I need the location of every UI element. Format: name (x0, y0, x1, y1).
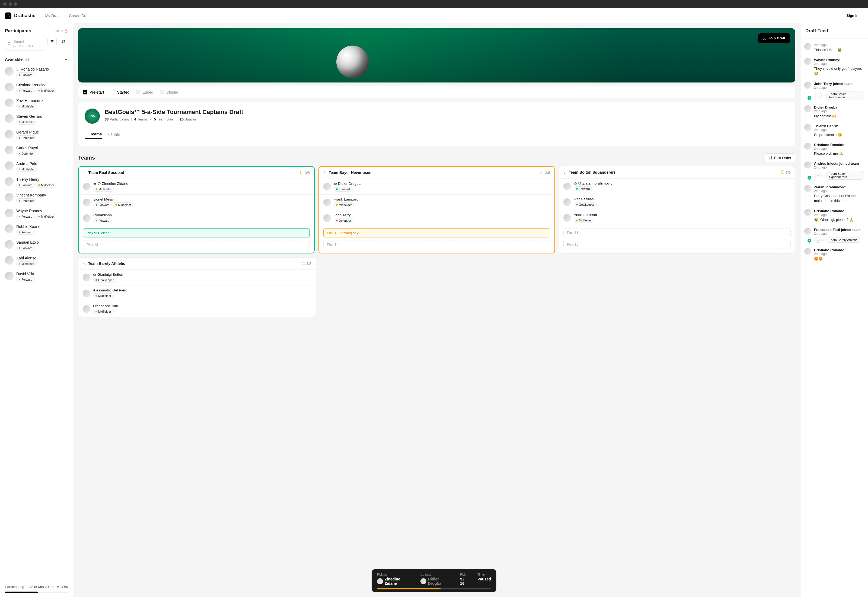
pick-order-button[interactable]: Pick Order (765, 153, 795, 162)
team-player[interactable]: Iker Casillas Goalkeeper (559, 194, 795, 210)
feed-time: 2mo ago (814, 62, 864, 66)
team-card[interactable]: 1. Team Real Sosobad 3/5 Zinedine Zidane… (78, 166, 315, 254)
timer-value: Paused (477, 577, 491, 581)
shield-icon (16, 68, 19, 71)
participant-row[interactable]: Thierry Henry ForwardMidfielder (0, 174, 73, 190)
join-draft-button[interactable]: Join Draft (758, 33, 790, 43)
status-pre-start[interactable]: Pre-start (83, 90, 104, 94)
checkbox (136, 90, 140, 94)
feed-time: 2mo ago (814, 252, 864, 256)
role-chip: Forward (16, 277, 35, 282)
participant-row[interactable]: Xabi Alonso Midfielder (0, 253, 73, 269)
team-player[interactable]: Alessandro Del Piero Midfielder (79, 285, 316, 301)
avatar (804, 209, 811, 216)
tab-teams[interactable]: Teams (84, 130, 102, 139)
tab-info[interactable]: Info (108, 130, 120, 139)
avatar (323, 199, 331, 206)
participant-name: Carlos Puyol (16, 146, 38, 150)
avatar (5, 193, 13, 202)
participants-footer: Participating 33 of Min 20 and Max 50 (0, 581, 73, 597)
search-icon (7, 42, 11, 46)
role-chip: Midfielder (113, 202, 133, 207)
role-chip: Forward (334, 187, 352, 192)
feed-list[interactable]: 2mo agoThis isn't fair... 😭 Wayne Rooney… (800, 39, 868, 597)
feed-item: John Terry joined team 2mo ago –› Team B… (804, 79, 864, 102)
feed-avatar-wrap (804, 162, 811, 180)
avatar (804, 43, 811, 50)
search-input[interactable]: Search participants... (5, 37, 45, 50)
team-player[interactable]: Andres Iniesta Midfielder (559, 210, 795, 226)
team-player[interactable]: Frank Lampard Midfielder (319, 194, 554, 210)
team-card[interactable]: 4. Team Barely Athletic 3/5 Gianluigi Bu… (78, 257, 316, 317)
participant-row[interactable]: Gerard Pique Defender (0, 127, 73, 143)
avatar (563, 214, 571, 222)
team-player[interactable]: Gianluigi Buffon Goalkeeper (79, 269, 316, 285)
avatar (83, 183, 90, 190)
participant-row[interactable]: Ronaldo Nazario Forward (0, 64, 73, 80)
team-card[interactable]: 2. Team Bayer Neverlusen 3/5 Didier Drog… (318, 166, 555, 254)
team-header: 3. Team Bolton Squanderers 3/5 (559, 166, 795, 178)
avatar (5, 83, 13, 91)
nav-my-drafts[interactable]: My Drafts (45, 13, 61, 18)
participant-row[interactable]: David Villa Forward (0, 269, 73, 285)
filter-button[interactable] (47, 37, 57, 46)
feed-author: Thierry Henry: (814, 124, 864, 128)
avatar (804, 82, 811, 89)
app-logo[interactable]: Draftastic (5, 12, 35, 19)
feed-message: 😡😡 (814, 257, 864, 261)
participant-name: Cristiano Ronaldo (16, 83, 46, 87)
status-filter: Pre-startStartedEndedClosed (78, 86, 795, 98)
avatar (804, 124, 811, 131)
draft-meta: 33 Participating | 4 Teams × 5 Team Size… (105, 117, 243, 121)
participant-row[interactable]: Wayne Rooney ForwardMidfielder (0, 206, 73, 222)
chrome-min-dot[interactable] (9, 3, 12, 6)
team-player[interactable]: Ronaldinho Forward (79, 210, 314, 226)
feed-author: Didier Drogba: (814, 105, 864, 109)
role-chip: Midfielder (36, 88, 56, 93)
participant-name: Samuel Eto'o (16, 240, 39, 245)
feed-item: Cristiano Ronaldo: 2mo ago😡😡 (804, 245, 864, 264)
participants-lock: Locked (53, 29, 68, 33)
participant-row[interactable]: Cristiano Ronaldo ForwardMidfielder (0, 80, 73, 96)
participant-row[interactable]: Carlos Puyol Defender (0, 143, 73, 159)
feed-author: Cristiano Ronaldo: (814, 209, 864, 213)
participant-name: Robbie Keane (16, 224, 40, 229)
team-player[interactable]: Zlatan Ibrahimovic Forward (559, 178, 795, 194)
participant-row[interactable]: Steven Gerrard Midfielder (0, 111, 73, 127)
hero-banner: Join Draft (78, 28, 795, 83)
pick-slot: Pick 9: Picking (83, 229, 310, 238)
available-section-toggle[interactable]: Available 21 (0, 54, 73, 64)
avatar (5, 240, 13, 249)
feed-avatar-wrap (804, 105, 811, 119)
nav-create-draft[interactable]: Create Draft (69, 13, 89, 18)
team-player[interactable]: Lionel Messi ForwardMidfielder (79, 194, 314, 210)
team-player[interactable]: Zinedine Zidane Midfielder (79, 178, 314, 194)
signin-button[interactable]: Sign in (842, 11, 863, 20)
team-player[interactable]: Didier Drogba Forward (319, 178, 554, 194)
team-header: 4. Team Barely Athletic 3/5 (79, 257, 316, 269)
draft-tabs: Teams Info (84, 130, 789, 139)
participant-row[interactable]: Robbie Keane Forward (0, 222, 73, 238)
feed-time: 2mo ago (814, 166, 864, 169)
avatar (804, 162, 811, 169)
chrome-close-dot[interactable] (3, 3, 6, 6)
team-player[interactable]: John Terry Defender (319, 210, 554, 226)
feed-transfer: –› Team Bayer Neverlusen (814, 91, 864, 100)
team-card[interactable]: 3. Team Bolton Squanderers 3/5 Zlatan Ib… (559, 166, 795, 254)
sort-button[interactable] (59, 37, 68, 46)
shield-icon (98, 182, 101, 185)
svg-point-0 (7, 14, 10, 17)
participant-row[interactable]: Andrea Pirlo Midfielder (0, 159, 73, 174)
participant-row[interactable]: Xavi Hernandez Midfielder (0, 96, 73, 111)
chrome-max-dot[interactable] (14, 3, 17, 6)
feed-time: 2mo ago (814, 232, 864, 236)
participant-row[interactable]: Samuel Eto'o Forward (0, 238, 73, 253)
status-started[interactable]: Started (111, 90, 129, 94)
participant-row[interactable]: Vincent Kompany Defender (0, 190, 73, 206)
team-player[interactable]: Francesco Totti Midfielder (79, 301, 316, 317)
participant-list[interactable]: Ronaldo Nazario Forward Cristiano Ronald… (0, 64, 73, 581)
role-chip: Midfielder (93, 293, 114, 298)
user-plus-icon (763, 36, 767, 40)
picking-bar: Picking Zinedine Zidane Up next Didier D… (372, 569, 496, 592)
feed-avatar-wrap (804, 248, 811, 261)
